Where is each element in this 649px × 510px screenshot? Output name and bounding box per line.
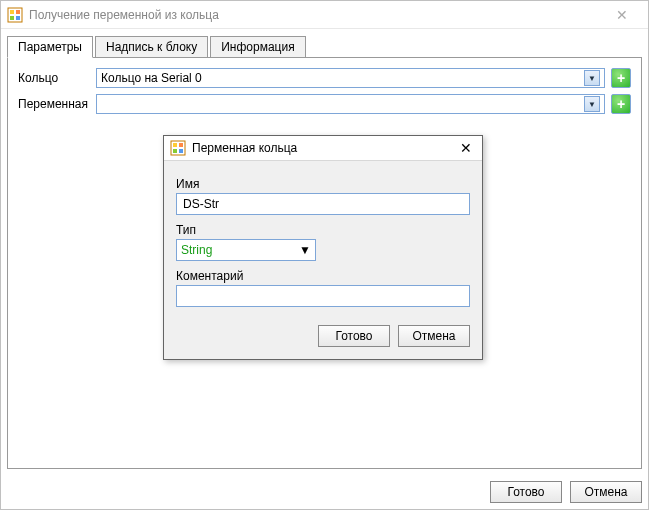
plus-icon: + bbox=[617, 71, 625, 85]
variable-dialog: Перменная кольца ✕ Имя Тип String ▼ Коме… bbox=[163, 135, 483, 360]
chevron-down-icon[interactable]: ▼ bbox=[584, 70, 600, 86]
cancel-button[interactable]: Отмена bbox=[570, 481, 642, 503]
type-label: Тип bbox=[176, 223, 470, 237]
dialog-titlebar: Перменная кольца ✕ bbox=[164, 136, 482, 161]
ring-value: Кольцо на Serial 0 bbox=[101, 71, 584, 85]
plus-icon: + bbox=[617, 97, 625, 111]
type-dropdown[interactable]: String ▼ bbox=[176, 239, 316, 261]
tab-block-label[interactable]: Надпись к блоку bbox=[95, 36, 208, 58]
tab-parameters[interactable]: Параметры bbox=[7, 36, 93, 58]
dialog-done-button[interactable]: Готово bbox=[318, 325, 390, 347]
comment-field[interactable] bbox=[176, 285, 470, 307]
name-field[interactable] bbox=[176, 193, 470, 215]
variable-label: Переменная bbox=[18, 97, 90, 111]
app-icon bbox=[170, 140, 186, 156]
tab-label: Параметры bbox=[18, 40, 82, 54]
variable-dropdown[interactable]: ▼ bbox=[96, 94, 605, 114]
dialog-body: Имя Тип String ▼ Коментарий bbox=[164, 161, 482, 311]
dialog-footer: Готово Отмена bbox=[164, 311, 482, 359]
dialog-cancel-button[interactable]: Отмена bbox=[398, 325, 470, 347]
row-variable: Переменная ▼ + bbox=[18, 94, 631, 114]
tab-label: Надпись к блоку bbox=[106, 40, 197, 54]
svg-rect-2 bbox=[16, 10, 20, 14]
close-icon[interactable]: ✕ bbox=[602, 7, 642, 23]
type-value: String bbox=[181, 243, 299, 257]
tab-label: Информация bbox=[221, 40, 294, 54]
svg-rect-4 bbox=[16, 16, 20, 20]
svg-rect-6 bbox=[173, 143, 177, 147]
ring-label: Кольцо bbox=[18, 71, 90, 85]
chevron-down-icon[interactable]: ▼ bbox=[584, 96, 600, 112]
window-title: Получение переменной из кольца bbox=[29, 8, 602, 22]
tab-information[interactable]: Информация bbox=[210, 36, 305, 58]
main-footer: Готово Отмена bbox=[1, 475, 648, 509]
close-icon[interactable]: ✕ bbox=[456, 140, 476, 156]
row-ring: Кольцо Кольцо на Serial 0 ▼ + bbox=[18, 68, 631, 88]
svg-rect-9 bbox=[179, 149, 183, 153]
add-ring-button[interactable]: + bbox=[611, 68, 631, 88]
ring-dropdown[interactable]: Кольцо на Serial 0 ▼ bbox=[96, 68, 605, 88]
svg-rect-1 bbox=[10, 10, 14, 14]
svg-rect-8 bbox=[173, 149, 177, 153]
titlebar: Получение переменной из кольца ✕ bbox=[1, 1, 648, 29]
chevron-down-icon[interactable]: ▼ bbox=[299, 243, 311, 257]
svg-rect-3 bbox=[10, 16, 14, 20]
comment-label: Коментарий bbox=[176, 269, 470, 283]
svg-rect-7 bbox=[179, 143, 183, 147]
dialog-title: Перменная кольца bbox=[192, 141, 456, 155]
app-icon bbox=[7, 7, 23, 23]
add-variable-button[interactable]: + bbox=[611, 94, 631, 114]
name-label: Имя bbox=[176, 177, 470, 191]
tabstrip: Параметры Надпись к блоку Информация bbox=[7, 35, 642, 57]
done-button[interactable]: Готово bbox=[490, 481, 562, 503]
